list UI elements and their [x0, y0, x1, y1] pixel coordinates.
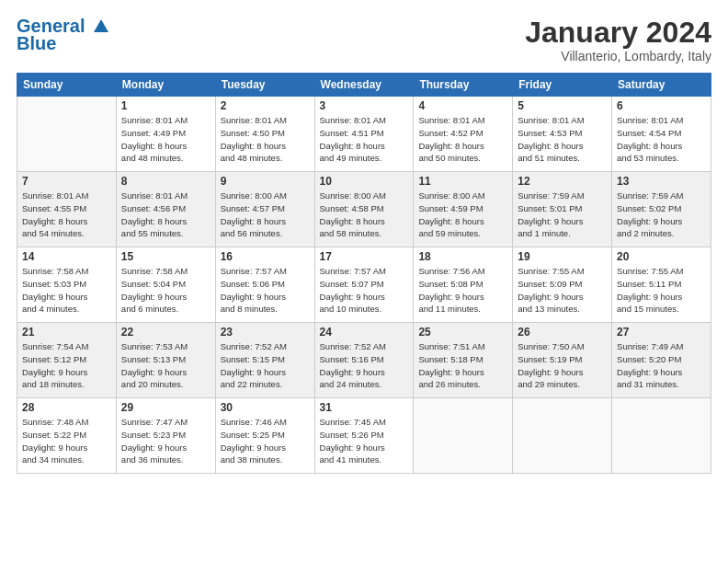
calendar: SundayMondayTuesdayWednesdayThursdayFrid… [17, 73, 711, 474]
day-info: Sunrise: 7:55 AM Sunset: 5:09 PM Dayligh… [518, 265, 607, 316]
day-cell: 12Sunrise: 7:59 AM Sunset: 5:01 PM Dayli… [513, 172, 612, 247]
day-number: 19 [518, 250, 607, 263]
day-cell [414, 398, 513, 474]
day-number: 6 [617, 99, 706, 112]
month-title: January 2024 [525, 17, 711, 49]
logo-blue: Blue [17, 34, 110, 53]
day-number: 5 [518, 99, 607, 112]
day-number: 11 [418, 175, 507, 188]
day-cell: 10Sunrise: 8:00 AM Sunset: 4:58 PM Dayli… [314, 172, 414, 247]
day-cell: 23Sunrise: 7:52 AM Sunset: 5:15 PM Dayli… [215, 323, 314, 398]
day-number: 20 [617, 250, 706, 263]
day-cell: 31Sunrise: 7:45 AM Sunset: 5:26 PM Dayli… [314, 398, 414, 474]
day-cell: 16Sunrise: 7:57 AM Sunset: 5:06 PM Dayli… [215, 247, 314, 323]
logo: General Blue [17, 17, 110, 53]
day-number: 4 [418, 99, 507, 112]
day-number: 9 [221, 175, 310, 188]
day-number: 15 [121, 250, 210, 263]
day-cell [513, 398, 612, 474]
day-number: 17 [320, 250, 409, 263]
day-number: 21 [22, 326, 111, 339]
day-cell: 27Sunrise: 7:49 AM Sunset: 5:20 PM Dayli… [612, 323, 711, 398]
day-number: 29 [121, 401, 210, 414]
day-cell: 20Sunrise: 7:55 AM Sunset: 5:11 PM Dayli… [612, 247, 711, 323]
header-tuesday: Tuesday [215, 74, 314, 97]
day-info: Sunrise: 7:45 AM Sunset: 5:26 PM Dayligh… [320, 416, 409, 466]
day-number: 31 [320, 401, 409, 414]
header-wednesday: Wednesday [314, 74, 414, 97]
week-row-2: 14Sunrise: 7:58 AM Sunset: 5:03 PM Dayli… [17, 247, 711, 323]
day-number: 30 [221, 401, 310, 414]
day-info: Sunrise: 7:58 AM Sunset: 5:04 PM Dayligh… [121, 265, 210, 316]
day-cell: 21Sunrise: 7:54 AM Sunset: 5:12 PM Dayli… [17, 323, 117, 398]
day-cell: 19Sunrise: 7:55 AM Sunset: 5:09 PM Dayli… [513, 247, 612, 323]
day-info: Sunrise: 7:46 AM Sunset: 5:25 PM Dayligh… [221, 416, 310, 466]
day-number: 12 [518, 175, 607, 188]
day-cell: 26Sunrise: 7:50 AM Sunset: 5:19 PM Dayli… [513, 323, 612, 398]
day-info: Sunrise: 8:01 AM Sunset: 4:49 PM Dayligh… [121, 114, 210, 165]
day-number: 14 [22, 250, 111, 263]
title-block: January 2024 Villanterio, Lombardy, Ital… [525, 17, 711, 63]
logo-icon [92, 17, 110, 36]
day-cell: 11Sunrise: 8:00 AM Sunset: 4:59 PM Dayli… [414, 172, 513, 247]
day-info: Sunrise: 7:59 AM Sunset: 5:01 PM Dayligh… [518, 190, 607, 240]
day-info: Sunrise: 7:49 AM Sunset: 5:20 PM Dayligh… [617, 340, 706, 391]
week-row-1: 7Sunrise: 8:01 AM Sunset: 4:55 PM Daylig… [17, 172, 711, 247]
day-cell: 4Sunrise: 8:01 AM Sunset: 4:52 PM Daylig… [414, 97, 513, 172]
day-number: 10 [320, 175, 409, 188]
day-info: Sunrise: 8:00 AM Sunset: 4:57 PM Dayligh… [221, 190, 310, 240]
day-number: 3 [320, 99, 409, 112]
day-info: Sunrise: 8:01 AM Sunset: 4:54 PM Dayligh… [617, 114, 706, 165]
day-info: Sunrise: 7:57 AM Sunset: 5:06 PM Dayligh… [221, 265, 310, 316]
day-info: Sunrise: 7:52 AM Sunset: 5:16 PM Dayligh… [320, 340, 409, 391]
day-number: 27 [617, 326, 706, 339]
day-cell: 9Sunrise: 8:00 AM Sunset: 4:57 PM Daylig… [215, 172, 314, 247]
day-info: Sunrise: 7:52 AM Sunset: 5:15 PM Dayligh… [221, 340, 310, 391]
day-info: Sunrise: 7:58 AM Sunset: 5:03 PM Dayligh… [22, 265, 111, 316]
day-number: 26 [518, 326, 607, 339]
day-cell: 17Sunrise: 7:57 AM Sunset: 5:07 PM Dayli… [314, 247, 414, 323]
day-cell: 14Sunrise: 7:58 AM Sunset: 5:03 PM Dayli… [17, 247, 117, 323]
day-number: 2 [221, 99, 310, 112]
svg-marker-0 [94, 19, 108, 32]
day-cell: 5Sunrise: 8:01 AM Sunset: 4:53 PM Daylig… [513, 97, 612, 172]
day-info: Sunrise: 7:55 AM Sunset: 5:11 PM Dayligh… [617, 265, 706, 316]
day-cell: 8Sunrise: 8:01 AM Sunset: 4:56 PM Daylig… [116, 172, 215, 247]
header-row: SundayMondayTuesdayWednesdayThursdayFrid… [17, 74, 711, 97]
day-number: 18 [418, 250, 507, 263]
day-cell: 28Sunrise: 7:48 AM Sunset: 5:22 PM Dayli… [17, 398, 117, 474]
day-number: 23 [221, 326, 310, 339]
day-info: Sunrise: 8:00 AM Sunset: 4:59 PM Dayligh… [418, 190, 507, 240]
calendar-header: SundayMondayTuesdayWednesdayThursdayFrid… [17, 74, 711, 97]
week-row-3: 21Sunrise: 7:54 AM Sunset: 5:12 PM Dayli… [17, 323, 711, 398]
day-info: Sunrise: 7:47 AM Sunset: 5:23 PM Dayligh… [121, 416, 210, 466]
page: General Blue January 2024 Villanterio, L… [0, 0, 728, 563]
day-number: 1 [121, 99, 210, 112]
day-cell: 3Sunrise: 8:01 AM Sunset: 4:51 PM Daylig… [314, 97, 414, 172]
day-cell [17, 97, 117, 172]
day-info: Sunrise: 7:56 AM Sunset: 5:08 PM Dayligh… [418, 265, 507, 316]
day-info: Sunrise: 8:01 AM Sunset: 4:56 PM Dayligh… [121, 190, 210, 240]
day-cell: 13Sunrise: 7:59 AM Sunset: 5:02 PM Dayli… [612, 172, 711, 247]
day-info: Sunrise: 7:54 AM Sunset: 5:12 PM Dayligh… [22, 340, 111, 391]
day-cell: 6Sunrise: 8:01 AM Sunset: 4:54 PM Daylig… [612, 97, 711, 172]
location: Villanterio, Lombardy, Italy [525, 49, 711, 63]
day-cell: 15Sunrise: 7:58 AM Sunset: 5:04 PM Dayli… [116, 247, 215, 323]
header-saturday: Saturday [612, 74, 711, 97]
day-cell: 24Sunrise: 7:52 AM Sunset: 5:16 PM Dayli… [314, 323, 414, 398]
week-row-4: 28Sunrise: 7:48 AM Sunset: 5:22 PM Dayli… [17, 398, 711, 474]
day-info: Sunrise: 8:01 AM Sunset: 4:55 PM Dayligh… [22, 190, 111, 240]
day-cell: 2Sunrise: 8:01 AM Sunset: 4:50 PM Daylig… [215, 97, 314, 172]
header-monday: Monday [116, 74, 215, 97]
week-row-0: 1Sunrise: 8:01 AM Sunset: 4:49 PM Daylig… [17, 97, 711, 172]
day-number: 13 [617, 175, 706, 188]
day-info: Sunrise: 8:01 AM Sunset: 4:51 PM Dayligh… [320, 114, 409, 165]
day-cell: 18Sunrise: 7:56 AM Sunset: 5:08 PM Dayli… [414, 247, 513, 323]
header-sunday: Sunday [17, 74, 117, 97]
day-cell: 29Sunrise: 7:47 AM Sunset: 5:23 PM Dayli… [116, 398, 215, 474]
day-cell: 25Sunrise: 7:51 AM Sunset: 5:18 PM Dayli… [414, 323, 513, 398]
day-cell: 22Sunrise: 7:53 AM Sunset: 5:13 PM Dayli… [116, 323, 215, 398]
day-number: 7 [22, 175, 111, 188]
day-info: Sunrise: 7:48 AM Sunset: 5:22 PM Dayligh… [22, 416, 111, 466]
day-info: Sunrise: 8:00 AM Sunset: 4:58 PM Dayligh… [320, 190, 409, 240]
